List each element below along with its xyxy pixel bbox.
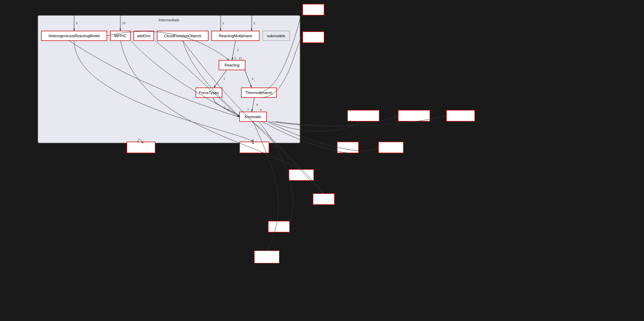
svg-text:2: 2	[253, 21, 255, 25]
svg-text:1: 1	[223, 77, 225, 81]
svg-text:7: 7	[247, 108, 249, 112]
node-thermodynamic-label: Thermodynamic	[245, 91, 273, 95]
svg-text:2: 2	[223, 106, 225, 109]
svg-rect-1	[38, 15, 300, 143]
svg-rect-4	[134, 31, 154, 41]
svg-rect-14	[127, 142, 155, 153]
cluster-label: Intermediate	[158, 18, 179, 22]
svg-rect-16	[348, 110, 379, 121]
svg-rect-5	[157, 31, 208, 41]
svg-rect-7	[263, 31, 290, 41]
svg-rect-13	[303, 32, 324, 43]
svg-rect-20	[379, 142, 403, 153]
svg-text:2: 2	[234, 56, 236, 60]
svg-rect-21	[289, 169, 314, 180]
svg-rect-12	[303, 4, 324, 15]
svg-rect-17	[398, 110, 430, 121]
svg-text:11: 11	[239, 56, 242, 60]
svg-rect-11	[240, 112, 266, 122]
node-mppic-label: MPPIC	[114, 34, 127, 38]
svg-text:3: 3	[76, 21, 78, 25]
svg-rect-6	[212, 31, 259, 41]
svg-text:1: 1	[228, 108, 229, 112]
svg-rect-18	[446, 110, 475, 121]
node-forcetypes-label: ForceTypes	[199, 91, 219, 95]
svg-rect-9	[196, 88, 222, 97]
svg-rect-8	[219, 60, 245, 70]
svg-text:4: 4	[256, 103, 258, 106]
svg-rect-2	[41, 31, 107, 41]
node-heterogeneous-label: HeterogeneousReactingModel	[49, 34, 100, 38]
svg-text:5: 5	[260, 108, 262, 112]
svg-rect-10	[241, 88, 276, 97]
node-kinematic-label: Kinematic	[245, 115, 262, 119]
node-submodels-label: submodels	[267, 34, 285, 38]
node-reacting-label: Reacting	[224, 63, 239, 67]
svg-text:1: 1	[222, 21, 224, 25]
node-cloudfunc-label: CloudFunctionObjects	[164, 34, 202, 38]
svg-rect-24	[254, 251, 279, 263]
svg-text:10: 10	[122, 21, 125, 25]
svg-rect-22	[313, 194, 334, 205]
node-addons-label: addOns	[137, 34, 151, 38]
svg-rect-3	[110, 31, 130, 41]
svg-rect-19	[337, 142, 359, 153]
svg-text:3: 3	[252, 77, 253, 81]
svg-rect-15	[240, 142, 269, 153]
svg-rect-23	[268, 221, 290, 232]
node-reactingmulti-label: ReactingMultiphase	[219, 34, 252, 38]
svg-text:1: 1	[237, 48, 239, 52]
